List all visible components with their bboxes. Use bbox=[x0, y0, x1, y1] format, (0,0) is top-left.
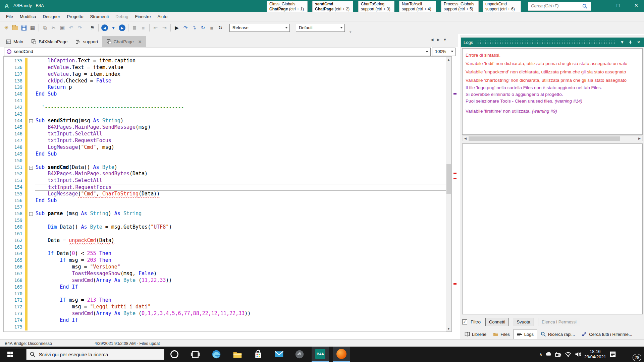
open-project-icon[interactable] bbox=[11, 24, 19, 32]
code-line[interactable]: 159 bbox=[4, 217, 451, 224]
outdent-icon[interactable]: ⇤ bbox=[152, 24, 160, 32]
redo-icon[interactable]: ↷ bbox=[76, 24, 84, 32]
menu-item-progetto[interactable]: Progetto bbox=[63, 12, 87, 21]
panel-tab-files[interactable]: Files bbox=[490, 329, 513, 339]
code-line[interactable]: 140End Sub bbox=[4, 91, 451, 98]
save-icon[interactable] bbox=[20, 24, 28, 32]
scroll-down-icon[interactable]: ▼ bbox=[446, 326, 451, 332]
code-line[interactable]: 174 End If bbox=[4, 317, 451, 324]
code-line[interactable]: 165 If msg = 203 Then bbox=[4, 257, 451, 264]
maximize-button[interactable]: □ bbox=[610, 0, 626, 11]
member-selector-combo[interactable]: sendCmd bbox=[4, 48, 431, 56]
panel-dropdown-icon[interactable]: ▼ bbox=[620, 40, 625, 45]
restart-icon[interactable]: ↻ bbox=[199, 24, 207, 32]
step-icon[interactable]: ↴ bbox=[190, 24, 198, 32]
quick-sub-tab[interactable]: NunToAsciisupport (ctrl + 4) bbox=[399, 1, 436, 13]
code-line[interactable]: 138 ckUpd.Checked = False bbox=[4, 78, 451, 84]
run-icon[interactable]: ▶ bbox=[173, 24, 181, 32]
close-button[interactable]: ✕ bbox=[629, 0, 644, 11]
doc-tab-chatpage[interactable]: ChatPage✕ bbox=[102, 36, 146, 47]
fold-collapse-icon[interactable]: − bbox=[29, 119, 33, 123]
taskbar-search-input[interactable]: Scrivi qui per eseguire la ricerca bbox=[26, 349, 164, 360]
log-output-list[interactable]: Errore di sintassi.Variabile 'tedit' non… bbox=[462, 48, 643, 135]
battery-status-icon[interactable] bbox=[555, 351, 562, 358]
tab-scroll-left-icon[interactable]: ◀ bbox=[431, 38, 433, 42]
code-line[interactable]: 167 ToastMessageShow(msg, False) bbox=[4, 270, 451, 277]
edge-icon[interactable] bbox=[208, 347, 225, 362]
svuota-button[interactable]: Svuota bbox=[513, 318, 534, 326]
quick-sub-tab[interactable]: unpackCmdsupport (ctrl + 6) bbox=[483, 1, 521, 13]
zoom-combo[interactable]: 100% bbox=[432, 48, 455, 56]
undo-icon[interactable]: ↶ bbox=[67, 24, 75, 32]
code-line[interactable]: 151−Sub sendCmd(Data() As Byte) bbox=[4, 164, 451, 171]
code-line[interactable]: 153 txtInput.SelectAll bbox=[4, 177, 451, 184]
scroll-up-icon[interactable]: ▲ bbox=[446, 57, 451, 63]
build-configuration-combo[interactable]: Release bbox=[229, 24, 290, 32]
stop-icon[interactable]: ■ bbox=[208, 24, 216, 32]
menu-item-debug[interactable]: Debug bbox=[112, 12, 131, 21]
onedrive-cloud-icon[interactable] bbox=[545, 351, 552, 358]
paste-icon[interactable]: ▣ bbox=[58, 24, 66, 32]
store-icon[interactable] bbox=[250, 347, 267, 362]
editor-vscrollbar[interactable]: ▲ ▼ bbox=[446, 57, 451, 331]
quick-sub-tab[interactable]: CharToStringsupport (ctrl + 3) bbox=[358, 1, 394, 13]
doc-tab-support[interactable]: support bbox=[72, 36, 102, 47]
code-line[interactable]: 148 LogMessage("Cmd", msg) bbox=[4, 144, 451, 151]
panel-tab-cerca-tutti-i-riferime-[interactable]: Cerca tutti i Riferime... bbox=[579, 329, 635, 339]
tray-clock[interactable]: 18:1629/04/2021 bbox=[584, 349, 606, 360]
log-entry[interactable]: Variabile 'chartostring' non dichiarata,… bbox=[466, 76, 642, 84]
code-line[interactable]: 152 B4XPages.MainPage.sendBytes(Data) bbox=[4, 171, 451, 177]
log-entry[interactable]: Il file 'logo.png' nella cartella Files … bbox=[466, 84, 642, 91]
indent-icon[interactable]: ⇥ bbox=[160, 24, 168, 32]
minimize-button[interactable]: – bbox=[591, 0, 606, 11]
code-line[interactable]: 144−Sub sendString(msg As String) bbox=[4, 118, 451, 124]
volume-icon[interactable] bbox=[575, 351, 581, 358]
orange-app-icon[interactable] bbox=[333, 347, 350, 362]
editor-vscroll-thumb[interactable] bbox=[446, 164, 451, 194]
nav-back-icon[interactable]: ◀ bbox=[101, 24, 109, 32]
fold-collapse-icon[interactable]: − bbox=[29, 212, 33, 216]
doc-tab-b4xmainpage[interactable]: B4XMainPage bbox=[27, 36, 71, 47]
task-view-icon[interactable] bbox=[186, 347, 204, 362]
menu-item-aiuto[interactable]: Aiuto bbox=[154, 12, 171, 21]
code-line[interactable]: 162 Data = unpackCmd(Data) bbox=[4, 237, 451, 244]
quick-sub-tab[interactable]: sendCmdChatPage (ctrl + 2) bbox=[312, 1, 353, 13]
log-entry[interactable]: Errore di sintassi. bbox=[466, 51, 642, 59]
code-line[interactable]: 143 bbox=[4, 111, 451, 118]
code-line[interactable]: 168 sendCmd(Array As Byte (11,22,33)) bbox=[4, 277, 451, 284]
tab-close-icon[interactable]: ✕ bbox=[138, 39, 142, 44]
menu-item-designer[interactable]: Designer bbox=[39, 12, 63, 21]
code-line[interactable]: 135 lbCaption.Text = item.caption bbox=[4, 58, 451, 64]
tray-expand-icon[interactable]: ∧ bbox=[539, 352, 542, 357]
code-line[interactable]: 149End Sub bbox=[4, 151, 451, 158]
explorer-icon[interactable] bbox=[229, 347, 246, 362]
grey-app-icon[interactable] bbox=[291, 347, 308, 362]
log-entry[interactable]: Si dovrebbe eliminarlo o aggiungerlo al … bbox=[466, 91, 642, 98]
clean-icon[interactable]: ↻ bbox=[216, 24, 224, 32]
log-entry[interactable]: Puoi selezionare Tools - Clean unused fi… bbox=[466, 98, 642, 105]
code-line[interactable]: 171 If msg = 213 Then bbox=[4, 297, 451, 304]
notification-count-badge[interactable]: 28 bbox=[633, 354, 641, 361]
code-line[interactable]: 146 txtInput.SelectAll bbox=[4, 131, 451, 137]
code-line[interactable]: 150 bbox=[4, 158, 451, 164]
search-icon[interactable] bbox=[582, 4, 588, 9]
panel-tab-librerie[interactable]: Librerie bbox=[462, 329, 489, 339]
tab-scroll-right-icon[interactable]: ▶ bbox=[437, 38, 439, 42]
code-line[interactable]: 155 LogMessage("Cmd", CharToString(Data)… bbox=[4, 191, 451, 197]
doc-tab-main[interactable]: Main bbox=[2, 36, 27, 47]
code-line[interactable]: 166 msg = "Versione" bbox=[4, 264, 451, 270]
code-line[interactable]: 175 bbox=[4, 324, 451, 330]
tab-list-dropdown-icon[interactable]: ▼ bbox=[443, 38, 447, 42]
start-button[interactable] bbox=[0, 347, 20, 362]
menu-item-finestre[interactable]: Finestre bbox=[132, 12, 154, 21]
menu-item-file[interactable]: File bbox=[3, 12, 16, 21]
log-hscrollbar[interactable]: ◀ ▶ bbox=[462, 135, 643, 141]
wifi-icon[interactable] bbox=[565, 351, 572, 358]
code-line[interactable]: 141 bbox=[4, 98, 451, 104]
menu-item-modifica[interactable]: Modifica bbox=[16, 12, 39, 21]
code-line[interactable]: 156End Sub bbox=[4, 197, 451, 204]
tab-scroll-arrows[interactable]: ◀▶▼ bbox=[431, 38, 447, 42]
quick-sub-tab[interactable]: Class_GlobalsChatPage (ctrl + 1) bbox=[267, 1, 308, 13]
copy-icon[interactable]: ⧉ bbox=[41, 24, 49, 32]
panel-close-icon[interactable]: ✕ bbox=[636, 40, 641, 45]
